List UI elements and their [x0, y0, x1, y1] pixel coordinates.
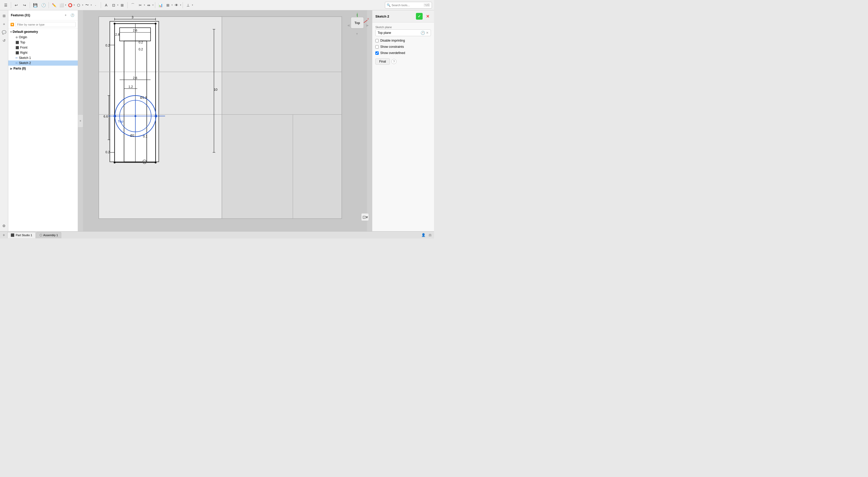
- tree-item-top[interactable]: ⬛ Top: [8, 40, 78, 45]
- features-icon-btn[interactable]: ⊞: [1, 12, 7, 19]
- default-geometry-label: Default geometry: [13, 30, 38, 34]
- tree-item-front[interactable]: ⬛ Front: [8, 45, 78, 50]
- svg-rect-3: [110, 22, 159, 162]
- circle-tool-button[interactable]: ⭕: [66, 2, 74, 9]
- left-panel: Features (31) + 🕐 🔽 ▾ Default geometry ⊕…: [8, 10, 78, 231]
- fillet-button[interactable]: ⌒: [129, 2, 136, 9]
- svg-point-15: [114, 115, 116, 117]
- polygon-tool-button[interactable]: ⬡: [75, 2, 82, 9]
- sketch-plane-value-row[interactable]: Top plane 🕐 ✕: [375, 29, 431, 36]
- bottom-person-btn[interactable]: 👤: [421, 232, 426, 238]
- add-feature-btn[interactable]: +: [63, 12, 68, 18]
- spline-tool-button[interactable]: 〜: [84, 2, 91, 9]
- add-icon-btn[interactable]: +: [1, 21, 7, 27]
- final-button[interactable]: Final: [375, 58, 390, 65]
- search-input[interactable]: [392, 4, 423, 7]
- tree-item-sketch1[interactable]: ✏ Sketch 1: [8, 55, 78, 60]
- filter-input[interactable]: [15, 22, 76, 27]
- plane-icon: ⬛: [16, 41, 19, 44]
- front-label: Front: [20, 46, 27, 49]
- sketch1-label: Sketch 1: [19, 56, 31, 60]
- svg-text:▶: ▶: [366, 24, 369, 27]
- toolbar-separator: [11, 2, 11, 8]
- text-tool-button[interactable]: A: [102, 2, 110, 9]
- mirror-dropdown[interactable]: ⇔ ▾: [145, 2, 153, 9]
- filter-icon: 🔽: [10, 23, 14, 26]
- svg-text:3: 3: [131, 15, 133, 19]
- history-icon-btn[interactable]: ↺: [1, 37, 7, 44]
- show-constraints-checkbox[interactable]: [375, 45, 379, 49]
- panel-title: Features (31): [11, 13, 30, 17]
- rectangle-tool-button[interactable]: ⬜: [58, 2, 65, 9]
- disable-imprinting-label: Disable imprinting: [380, 39, 405, 42]
- redo-button[interactable]: ↪: [21, 2, 28, 9]
- assembly-icon: ⬡: [39, 233, 42, 237]
- tab-part-studio[interactable]: ⬛ Part Studio 1: [7, 232, 36, 238]
- grid-dropdown[interactable]: ⊞ ▾: [164, 2, 173, 9]
- svg-text:0.2: 0.2: [105, 44, 110, 47]
- trim-dropdown[interactable]: ✂ ▾: [137, 2, 145, 9]
- top-label: Top: [20, 40, 25, 44]
- stack-view-btn[interactable]: ⊡▾: [361, 213, 369, 221]
- point-tool-button[interactable]: ·: [92, 2, 99, 9]
- frame-chevron: ▾: [117, 4, 118, 6]
- sketch2-label: Sketch 2: [19, 61, 31, 65]
- default-geometry-section[interactable]: ▾ Default geometry: [8, 29, 78, 35]
- svg-text:2.8: 2.8: [115, 33, 120, 36]
- settings-icon-btn[interactable]: ⚙: [1, 222, 7, 229]
- tree-item-origin[interactable]: ⊕ Origin: [8, 35, 78, 40]
- edit-group: ⌒ ✂ ▾ ⇔ ▾: [129, 2, 153, 9]
- tab-assembly[interactable]: ⬡ Assembly 1: [36, 232, 61, 238]
- frame-dropdown[interactable]: ⊡ ▾: [110, 2, 118, 9]
- display-dropdown[interactable]: 👁 ▾: [173, 2, 181, 9]
- constraint-dropdown[interactable]: ▾: [192, 4, 193, 6]
- right-label: Right: [20, 51, 27, 55]
- expand-icon: ▾: [10, 30, 11, 33]
- rectangle-dropdown[interactable]: ⬜ ▾: [58, 2, 66, 9]
- bottom-scale-btn[interactable]: ⚖: [427, 232, 433, 238]
- spline-dropdown[interactable]: 〜 ▾: [84, 2, 92, 9]
- sketch-tools-group: ✏️ ⬜ ▾ ⭕ ▾ ⬡ ▾ 〜 ▾ ·: [51, 2, 99, 9]
- parts-section[interactable]: ▶ Parts (0): [8, 66, 78, 71]
- help-button[interactable]: ?: [392, 59, 397, 64]
- toolbar: ☰ ↩ ↪ 💾 🕐 ✏️ ⬜ ▾ ⭕ ▾ ⬡ ▾ 〜 ▾ · A ⊡ ▾ ⊞: [0, 0, 434, 10]
- mirror-button[interactable]: ⇔: [145, 2, 152, 9]
- show-overdefined-checkbox[interactable]: [375, 52, 379, 55]
- constraint-button[interactable]: ⊥: [184, 2, 192, 9]
- svg-text:0.1: 0.1: [143, 135, 147, 138]
- display-button[interactable]: 👁: [173, 2, 180, 9]
- polygon-dropdown[interactable]: ⬡ ▾: [75, 2, 83, 9]
- history-button[interactable]: 🕐: [40, 2, 47, 9]
- panel-clock-btn[interactable]: 🕐: [69, 12, 75, 18]
- clear-plane-btn[interactable]: ✕: [426, 31, 429, 35]
- clock-icon: 🕐: [421, 31, 425, 35]
- trim-button[interactable]: ✂: [137, 2, 144, 9]
- circle-dropdown[interactable]: ⭕ ▾: [66, 2, 75, 9]
- tree-item-sketch2[interactable]: ✏ Sketch 2: [8, 60, 78, 66]
- constraint-chevron: ▾: [192, 4, 193, 6]
- rectangle-chevron: ▾: [65, 4, 66, 6]
- plane-icon-2: ⬛: [16, 46, 19, 49]
- sketch2-confirm-btn[interactable]: ✓: [416, 13, 423, 20]
- pen-tool-button[interactable]: ✏️: [51, 2, 58, 9]
- search-tools[interactable]: 🔍 ⌥C: [385, 2, 432, 8]
- canvas-area[interactable]: ≡: [78, 10, 372, 231]
- menu-button[interactable]: ☰: [2, 2, 9, 9]
- undo-button[interactable]: ↩: [13, 2, 20, 9]
- sketch2-cancel-btn[interactable]: ✕: [424, 13, 431, 20]
- add-tab-button[interactable]: +: [1, 232, 7, 238]
- frame-tool-button[interactable]: ⊡: [110, 2, 117, 9]
- svg-text:Ø1.8: Ø1.8: [140, 96, 147, 99]
- comment-icon-btn[interactable]: 💬: [1, 29, 7, 36]
- display-chevron: ▾: [180, 4, 181, 6]
- view-cube[interactable]: ▲ ▼ ◀ ▶ Top X Y: [346, 13, 369, 36]
- tree-item-right[interactable]: ⬛ Right: [8, 50, 78, 55]
- panel-header-actions: + 🕐: [63, 12, 75, 18]
- grid-button[interactable]: ⊞: [164, 2, 172, 9]
- chart-button[interactable]: 📊: [157, 2, 164, 9]
- svg-line-61: [364, 20, 367, 23]
- measure-button[interactable]: ⊞: [119, 2, 126, 9]
- disable-imprinting-checkbox[interactable]: [375, 39, 379, 42]
- save-button[interactable]: 💾: [32, 2, 39, 9]
- bottom-tabs: + ⬛ Part Studio 1 ⬡ Assembly 1 👤 ⚖: [0, 231, 434, 239]
